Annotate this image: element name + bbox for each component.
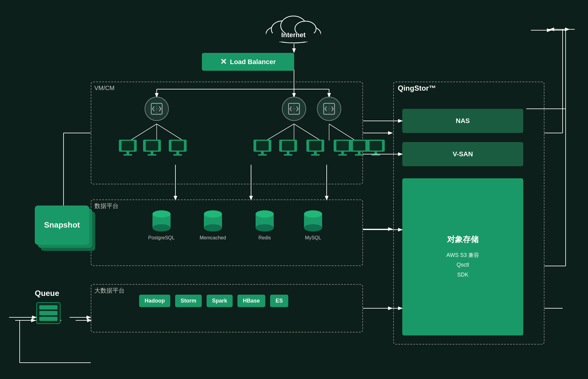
redis-label: Redis [259, 235, 271, 241]
tag-hbase: HBase [237, 295, 265, 307]
cloud-svg: Internet [262, 8, 325, 44]
svg-rect-84 [355, 154, 364, 156]
svg-rect-62 [172, 141, 184, 151]
svg-rect-70 [282, 141, 294, 151]
obj-storage-node: 对象存储 AWS S3 兼容QsctlSDK [402, 178, 523, 335]
diagram-container: Internet ✕ Load Balancer VM/CM [0, 0, 588, 379]
svg-rect-68 [258, 154, 267, 156]
bigdata-platform-box [91, 284, 363, 332]
vsan-label: V-SAN [452, 150, 473, 158]
internet-node: Internet [257, 8, 330, 45]
vm-cm-label: VM/CM [94, 85, 115, 92]
monitor-3 [168, 139, 188, 158]
queue-icon [36, 302, 60, 324]
qingstor-label: QingStor™ [398, 84, 436, 92]
monitor-5 [278, 139, 298, 158]
nas-label: NAS [456, 117, 470, 125]
vm-circle-3 [317, 97, 341, 121]
svg-rect-80 [338, 154, 347, 156]
svg-rect-56 [123, 154, 132, 156]
svg-point-96 [204, 210, 222, 218]
tag-spark: Spark [207, 295, 233, 307]
svg-rect-60 [148, 154, 156, 156]
svg-point-104 [304, 210, 322, 218]
svg-rect-87 [374, 152, 377, 154]
svg-point-95 [204, 224, 222, 232]
postgresql-label: PostgreSQL [148, 235, 175, 241]
monitor-1 [118, 139, 138, 158]
postgresql-node: PostgreSQL [148, 209, 175, 241]
svg-rect-76 [311, 154, 320, 156]
vm-cm-box [91, 82, 363, 184]
vm-circle-1 [145, 97, 169, 121]
svg-rect-74 [309, 141, 322, 151]
svg-rect-72 [284, 154, 292, 156]
svg-rect-63 [176, 152, 179, 154]
svg-rect-54 [122, 141, 134, 151]
svg-rect-83 [358, 152, 361, 154]
svg-rect-59 [151, 152, 153, 154]
redis-node: Redis [254, 209, 275, 241]
svg-point-99 [256, 224, 274, 232]
tag-es: ES [270, 295, 288, 307]
mysql-label: MySQL [305, 235, 321, 241]
svg-rect-75 [314, 152, 317, 154]
vsan-node: V-SAN [402, 142, 523, 166]
queue-label: Queue [35, 289, 59, 298]
svg-rect-64 [173, 154, 182, 156]
lb-cross-icon: ✕ [220, 57, 227, 66]
svg-rect-66 [256, 141, 269, 151]
data-platform-label: 数据平台 [94, 202, 119, 210]
monitor-4 [253, 139, 272, 158]
svg-point-92 [152, 210, 171, 218]
svg-rect-82 [353, 141, 365, 151]
memcached-node: Memcached [200, 209, 226, 241]
lb-label: Load Balancer [230, 58, 276, 66]
bigdata-tags: Hadoop Storm Spark HBase ES [139, 295, 288, 307]
monitor-2 [142, 139, 162, 158]
svg-rect-79 [341, 152, 344, 154]
snapshot-label: Snapshot [44, 220, 80, 230]
svg-rect-88 [371, 154, 380, 156]
svg-point-91 [152, 224, 171, 232]
obj-storage-subtitle: AWS S3 兼容QsctlSDK [446, 250, 479, 280]
tag-storm: Storm [175, 295, 202, 307]
mysql-node: MySQL [302, 209, 324, 241]
monitor-6 [305, 139, 325, 158]
tag-hadoop: Hadoop [139, 295, 170, 307]
svg-point-100 [256, 210, 274, 218]
obj-storage-title: 对象存储 [447, 234, 479, 245]
svg-text:Internet: Internet [281, 31, 306, 39]
bigdata-platform-label: 大数据平台 [94, 287, 125, 295]
nas-node: NAS [402, 109, 523, 133]
svg-rect-71 [287, 152, 289, 154]
memcached-label: Memcached [200, 235, 226, 241]
vm-circle-2 [282, 97, 306, 121]
svg-point-103 [304, 224, 322, 232]
svg-rect-78 [336, 141, 349, 151]
svg-rect-86 [370, 141, 382, 151]
svg-rect-67 [261, 152, 264, 154]
load-balancer-node: ✕ Load Balancer [202, 53, 294, 71]
svg-rect-55 [126, 152, 129, 154]
monitor-9 [366, 139, 386, 158]
svg-rect-58 [146, 141, 158, 151]
